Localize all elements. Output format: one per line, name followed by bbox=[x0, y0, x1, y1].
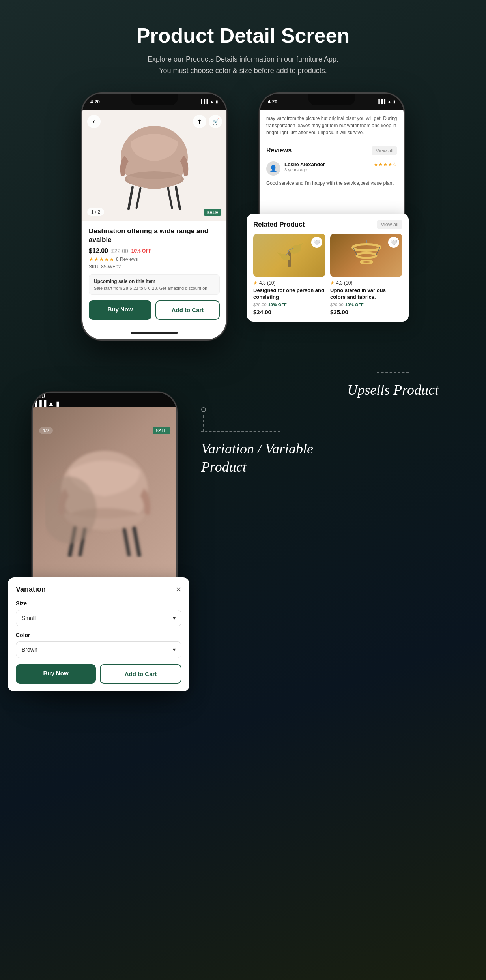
svg-line-2 bbox=[129, 187, 133, 209]
related-product-view-all[interactable]: View all bbox=[377, 220, 402, 229]
size-value: Small bbox=[22, 615, 36, 621]
related-products-list: 🤍 ★ 4.3 (10) Designed for one person and… bbox=[253, 234, 402, 315]
price-row: $12.00 $22.00 10% OFF bbox=[89, 247, 220, 255]
connector-circle bbox=[201, 407, 206, 412]
reviewer-name: Leslie Alexander bbox=[284, 161, 325, 167]
upsells-h-line bbox=[377, 372, 409, 373]
variation-add-to-cart-button[interactable]: Add to Cart bbox=[100, 664, 181, 684]
phone3-time: 4:20 bbox=[33, 393, 45, 399]
svg-line-5 bbox=[168, 188, 172, 208]
sale-badge: SALE bbox=[204, 209, 221, 216]
variation-buy-now-button[interactable]: Buy Now bbox=[16, 664, 96, 684]
view-all-reviews[interactable]: View all bbox=[372, 146, 397, 155]
rp2-star-icon: ★ bbox=[330, 280, 335, 286]
cart-button[interactable]: 🛒 bbox=[209, 115, 222, 128]
wifi-icon: ▲ bbox=[387, 99, 391, 104]
rp1-star-icon: ★ bbox=[253, 280, 258, 286]
svg-line-4 bbox=[136, 188, 140, 208]
phone3-chair-svg bbox=[45, 439, 164, 557]
size-select[interactable]: Small ▾ bbox=[16, 610, 181, 626]
variation-close-button[interactable]: ✕ bbox=[176, 585, 181, 594]
reviews-count: 8 Reviews bbox=[116, 257, 138, 262]
product-title: Destination offering a wide range and av… bbox=[89, 227, 220, 244]
phone2-notch bbox=[308, 94, 355, 105]
chevron-down-icon: ▾ bbox=[173, 615, 176, 621]
svg-line-3 bbox=[176, 187, 180, 209]
rp1-price-row: $20.00 10% OFF bbox=[253, 302, 325, 307]
page-subtitle: Explore our Products Details information… bbox=[8, 54, 478, 77]
battery-icon: ▮ bbox=[393, 99, 396, 104]
phone3-container: 4:20 ▐▐▐ ▲ ▮ bbox=[32, 392, 178, 684]
svg-point-13 bbox=[353, 244, 380, 251]
add-to-cart-button[interactable]: Add to Cart bbox=[155, 300, 220, 320]
rp1-title: Designed for one person and consisting bbox=[253, 287, 325, 301]
sale-banner-text: Sale start from 28-5-23 to 5-6-23. Get a… bbox=[94, 286, 215, 290]
variation-modal-header: Variation ✕ bbox=[16, 585, 181, 594]
battery-icon: ▮ bbox=[56, 400, 60, 407]
color-select[interactable]: Brown ▾ bbox=[16, 641, 181, 658]
color-field: Color Brown ▾ bbox=[16, 632, 181, 658]
rp2-wishlist-button[interactable]: 🤍 bbox=[388, 237, 399, 248]
reviewer-info: Leslie Alexander 3 years ago bbox=[284, 161, 325, 176]
rp1-wishlist-button[interactable]: 🤍 bbox=[311, 237, 322, 248]
variation-connector bbox=[201, 407, 454, 432]
rp2-price-row: $20.00 10% OFF bbox=[330, 302, 402, 307]
reviews-title: Reviews bbox=[266, 147, 292, 154]
variation-label-line2: Product bbox=[201, 459, 247, 475]
bottom-section: 4:20 ▐▐▐ ▲ ▮ bbox=[0, 392, 486, 715]
page-header: Product Detail Screen Explore our Produc… bbox=[0, 0, 486, 92]
price-current: $12.00 bbox=[89, 247, 108, 255]
phone3-sale-badge: SALE bbox=[153, 427, 170, 434]
back-button[interactable]: ‹ bbox=[87, 115, 101, 128]
price-original: $22.00 bbox=[111, 248, 128, 254]
share-button[interactable]: ⬆ bbox=[193, 115, 206, 128]
rp2-discount: 10% OFF bbox=[345, 302, 364, 307]
battery-icon: ▮ bbox=[216, 99, 218, 104]
phone3-bg bbox=[33, 407, 176, 596]
phone2-time: 4:20 bbox=[268, 99, 277, 105]
related-product-2: 🤍 ★ 4.3 (10) Upholstered in various colo… bbox=[330, 234, 402, 315]
variation-action-buttons: Buy Now Add to Cart bbox=[16, 664, 181, 684]
stars-icon: ★★★★★ bbox=[89, 256, 114, 262]
phone2-status-bar: 4:20 ▐▐▐ ▲ ▮ bbox=[260, 94, 404, 110]
review-text: Good service and I'm happy with the serv… bbox=[260, 179, 404, 189]
svg-line-22 bbox=[134, 528, 139, 555]
related-product-title: Related Product bbox=[253, 221, 305, 229]
rp2-rating-value: 4.3 (10) bbox=[336, 280, 352, 286]
reviewer-time: 3 years ago bbox=[284, 167, 325, 172]
sale-banner: Upcoming sale on this item Sale start fr… bbox=[89, 274, 220, 295]
phone1-status-icons: ▐▐▐ ▲ ▮ bbox=[200, 99, 218, 104]
product-image-area: ‹ ⬆ 🛒 1 / 2 SALE bbox=[82, 110, 226, 221]
phone3-chair-blur bbox=[41, 419, 168, 577]
bird-light-svg bbox=[274, 240, 305, 271]
phone3-status-icons: ▐▐▐ ▲ ▮ bbox=[33, 400, 176, 407]
phone1-screen: ‹ ⬆ 🛒 1 / 2 SALE Destination offering a … bbox=[82, 110, 226, 326]
related-product-1: 🤍 ★ 4.3 (10) Designed for one person and… bbox=[253, 234, 325, 315]
action-buttons: Buy Now Add to Cart bbox=[89, 300, 220, 320]
wifi-icon: ▲ bbox=[210, 99, 214, 104]
ring-light-svg bbox=[349, 240, 384, 271]
phone2-wrapper: 4:20 ▐▐▐ ▲ ▮ may vary from the picture b… bbox=[259, 92, 405, 341]
sku: SKU: 85-WE02 bbox=[89, 264, 220, 270]
connector-v-line bbox=[203, 415, 204, 431]
phone1-notch bbox=[131, 94, 178, 105]
related-product-card: Related Product View all bbox=[247, 214, 409, 322]
rp1-rating-value: 4.3 (10) bbox=[259, 280, 275, 286]
reviewer-stars: ★★★★☆ bbox=[374, 161, 397, 176]
rp1-current-price: $24.00 bbox=[253, 309, 325, 315]
phone1-status-bar: 4:20 ▐▐▐ ▲ ▮ bbox=[82, 94, 226, 110]
buy-now-button[interactable]: Buy Now bbox=[89, 300, 151, 320]
reviewer-avatar: 👤 bbox=[266, 161, 280, 176]
size-label: Size bbox=[16, 600, 181, 607]
phone1-wrapper: 4:20 ▐▐▐ ▲ ▮ bbox=[81, 92, 227, 341]
svg-point-15 bbox=[361, 260, 372, 264]
related-product-header: Related Product View all bbox=[253, 220, 402, 229]
signal-icon: ▐▐▐ bbox=[200, 99, 208, 104]
phone3-counter: 1/2 bbox=[39, 427, 53, 434]
svg-point-14 bbox=[357, 253, 376, 258]
top-phones-row: 4:20 ▐▐▐ ▲ ▮ bbox=[0, 92, 486, 341]
rp1-image: 🤍 bbox=[253, 234, 325, 277]
variation-modal: Variation ✕ Size Small ▾ Color Brown ▾ B… bbox=[8, 577, 189, 691]
variation-italic-label: Variation / Variable Product bbox=[201, 440, 454, 477]
chevron-down-icon-2: ▾ bbox=[173, 646, 176, 653]
